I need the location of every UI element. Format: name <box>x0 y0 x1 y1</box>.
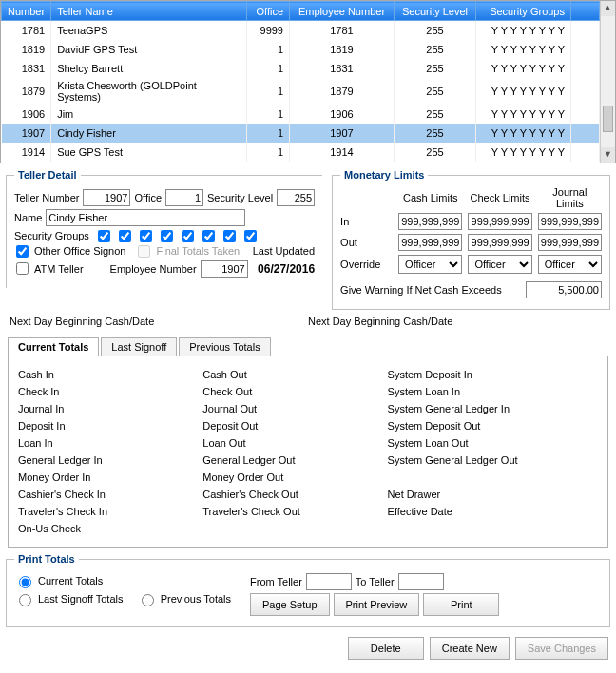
in-check-input[interactable] <box>468 213 531 230</box>
out-check-input[interactable] <box>468 234 531 251</box>
final-totals-checkbox <box>138 245 150 258</box>
delete-button[interactable]: Delete <box>348 637 424 660</box>
totals-item: Check In <box>18 383 180 400</box>
totals-item: System Loan In <box>388 383 598 400</box>
scroll-down-arrow-icon[interactable]: ▼ <box>601 147 615 163</box>
label-security-level: Security Level <box>207 192 273 203</box>
name-input[interactable] <box>46 209 245 226</box>
label-employee-number: Employee Number <box>110 263 197 275</box>
totals-item: Effective Date <box>388 503 598 520</box>
col-sec-groups[interactable]: Security Groups <box>476 2 571 21</box>
print-current-label[interactable]: Current Totals <box>38 575 103 586</box>
out-cash-input[interactable] <box>398 234 462 251</box>
table-row[interactable]: 1819DavidF GPS Test11819255Y Y Y Y Y Y Y… <box>2 40 600 59</box>
col-number[interactable]: Number <box>2 2 51 21</box>
other-office-checkbox[interactable] <box>16 245 29 258</box>
totals-item: Deposit In <box>18 417 180 434</box>
atm-teller-checkbox[interactable] <box>16 262 29 275</box>
table-row[interactable]: 1914Sue GPS Test11914255Y Y Y Y Y Y Y Y <box>2 143 600 162</box>
in-cash-input[interactable] <box>398 213 462 230</box>
totals-item: Money Order In <box>18 469 180 486</box>
totals-item: Loan Out <box>202 434 364 452</box>
scroll-thumb[interactable] <box>603 106 613 132</box>
totals-tabs: Current TotalsLast SignoffPrevious Total… <box>8 336 608 356</box>
table-row[interactable]: 1879Krista Chesworth (GOLDPoint Systems)… <box>2 78 600 105</box>
to-teller-input[interactable] <box>398 573 444 590</box>
from-teller-input[interactable] <box>306 573 352 590</box>
monetary-legend: Monetary Limits <box>340 169 428 181</box>
warning-value-input[interactable] <box>526 281 602 298</box>
totals-item: Cashier's Check In <box>18 486 180 503</box>
totals-item: System General Ledger In <box>388 400 598 417</box>
print-previous-label[interactable]: Previous Totals <box>161 593 231 605</box>
out-journal-input[interactable] <box>538 234 602 251</box>
create-new-button[interactable]: Create New <box>430 637 510 660</box>
monetary-limits-group: Monetary Limits Cash Limits Check Limits… <box>332 169 610 310</box>
security-group-checkbox-7[interactable] <box>223 230 236 242</box>
totals-item: Traveler's Check Out <box>202 503 364 520</box>
teller-grid[interactable]: Number Teller Name Office Employee Numbe… <box>0 0 616 163</box>
security-level-input[interactable] <box>277 189 315 206</box>
col-teller-name[interactable]: Teller Name <box>51 2 247 21</box>
next-day-left: Next Day Beginning Cash/Date <box>10 316 308 327</box>
label-security-groups: Security Groups <box>14 230 89 241</box>
table-row[interactable]: 1781TeenaGPS99991781255Y Y Y Y Y Y Y Y <box>2 21 600 40</box>
grid-header-row[interactable]: Number Teller Name Office Employee Numbe… <box>2 2 600 21</box>
totals-item: Cash Out <box>202 366 364 383</box>
totals-item: System General Ledger Out <box>388 452 598 469</box>
scroll-up-arrow-icon[interactable]: ▲ <box>601 1 615 16</box>
totals-item: Check Out <box>202 383 364 400</box>
label-final-totals: Final Totals Taken <box>156 245 240 257</box>
page-setup-button[interactable]: Page Setup <box>250 593 330 616</box>
print-current-radio[interactable] <box>19 576 31 588</box>
print-preview-button[interactable]: Print Preview <box>334 593 420 616</box>
print-previous-radio[interactable] <box>142 594 154 606</box>
print-button[interactable]: Print <box>423 593 499 616</box>
tab-previous-totals[interactable]: Previous Totals <box>179 337 270 356</box>
totals-item: System Deposit Out <box>388 417 598 434</box>
security-group-checkbox-6[interactable] <box>202 230 215 242</box>
security-group-checkbox-2[interactable] <box>119 230 131 242</box>
totals-content: Cash InCheck InJournal InDeposit InLoan … <box>18 366 598 537</box>
table-row[interactable]: 1831Shelcy Barrett11831255Y Y Y Y Y Y Y … <box>2 59 600 78</box>
security-group-checkbox-3[interactable] <box>140 230 152 242</box>
totals-item: Cashier's Check Out <box>202 486 364 503</box>
hdr-journal: Journal Limits <box>538 186 602 209</box>
security-group-checkbox-4[interactable] <box>161 230 173 242</box>
warning-label: Give Warning If Net Cash Exceeds <box>340 284 502 296</box>
override-check-select[interactable]: Officer <box>468 255 531 274</box>
totals-item: System Deposit In <box>388 366 598 383</box>
teller-detail-legend: Teller Detail <box>14 169 81 181</box>
label-last-updated: Last Updated <box>253 245 315 257</box>
label-office: Office <box>134 192 162 203</box>
override-journal-select[interactable]: Officer <box>538 255 602 274</box>
security-group-checkbox-8[interactable] <box>244 230 257 242</box>
next-day-right: Next Day Beginning Cash/Date <box>308 316 606 327</box>
col-office[interactable]: Office <box>247 2 290 21</box>
label-other-office[interactable]: Other Office Signon <box>34 245 125 257</box>
teller-number-input[interactable] <box>83 189 130 206</box>
col-sec-level[interactable]: Security Level <box>395 2 476 21</box>
label-teller-number: Teller Number <box>14 192 79 203</box>
grid-scrollbar[interactable]: ▲ ▼ <box>600 1 615 163</box>
totals-item: Cash In <box>18 366 180 383</box>
office-input[interactable] <box>165 189 203 206</box>
last-updated-value: 06/27/2016 <box>258 262 315 276</box>
print-last-signoff-label[interactable]: Last Signoff Totals <box>38 593 124 605</box>
print-last-signoff-radio[interactable] <box>19 594 31 606</box>
col-emp-no[interactable]: Employee Number <box>290 2 395 21</box>
tab-current-totals[interactable]: Current Totals <box>8 337 99 356</box>
in-journal-input[interactable] <box>538 213 602 230</box>
row-override-label: Override <box>340 259 393 270</box>
label-atm-teller[interactable]: ATM Teller <box>34 263 84 275</box>
employee-number-input[interactable] <box>201 260 248 278</box>
override-cash-select[interactable]: Officer <box>398 255 462 274</box>
totals-item: Deposit Out <box>202 417 364 434</box>
security-group-checkbox-5[interactable] <box>182 230 194 242</box>
security-group-checkbox-1[interactable] <box>98 230 110 242</box>
table-row[interactable]: 1907Cindy Fisher11907255Y Y Y Y Y Y Y Y <box>2 124 600 143</box>
teller-detail-group: Teller Detail Teller Number Office Secur… <box>6 169 322 288</box>
tab-last-signoff[interactable]: Last Signoff <box>101 337 177 356</box>
totals-item: On-Us Check <box>18 520 180 537</box>
table-row[interactable]: 1906Jim11906255Y Y Y Y Y Y Y Y <box>2 105 600 124</box>
